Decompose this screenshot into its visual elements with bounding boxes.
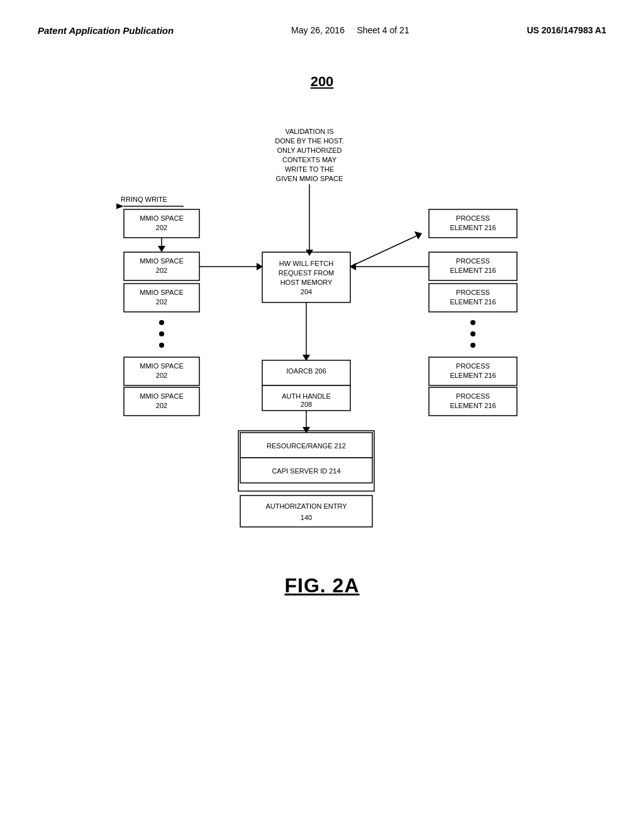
page: Patent Application Publication May 26, 2… bbox=[0, 0, 644, 830]
pe-text-5a: PROCESS bbox=[456, 392, 490, 400]
auth-handle-text: AUTH HANDLE bbox=[282, 392, 331, 400]
sheet-info: May 26, 2016 Sheet 4 of 21 bbox=[291, 25, 409, 35]
mmio-text-3b: 202 bbox=[156, 298, 167, 306]
mmio-text-5a: MMIO SPACE bbox=[140, 392, 183, 400]
pe-text-1b: ELEMENT 216 bbox=[450, 224, 496, 231]
pe-text-4b: ELEMENT 216 bbox=[450, 372, 496, 379]
validation-note-line6: GIVEN MMIO SPACE bbox=[276, 175, 343, 182]
dot-2 bbox=[159, 331, 164, 336]
arrow-hw-to-pe1-head bbox=[414, 231, 422, 240]
mmio-text-2b: 202 bbox=[156, 267, 167, 274]
diagram-container: 200 VALIDATION IS DONE BY THE HOST. ONLY… bbox=[38, 74, 606, 597]
dot-3 bbox=[159, 343, 164, 348]
auth-entry-text2: 140 bbox=[301, 514, 312, 521]
mmio-text-4b: 202 bbox=[156, 372, 167, 379]
sheet: Sheet 4 of 21 bbox=[357, 25, 409, 35]
auth-entry-box bbox=[240, 495, 372, 527]
mmio-text-1b: 202 bbox=[156, 224, 167, 231]
auth-entry-text1: AUTHORIZATION ENTRY bbox=[265, 502, 347, 510]
mmio-text-1a: MMIO SPACE bbox=[140, 214, 183, 222]
capi-server-text: CAPI SERVER ID 214 bbox=[272, 467, 340, 475]
hw-fetch-text4: 204 bbox=[301, 288, 312, 296]
validation-note-line2: DONE BY THE HOST. bbox=[275, 137, 344, 145]
publication-label: Patent Application Publication bbox=[38, 25, 174, 36]
pe-text-2a: PROCESS bbox=[456, 257, 490, 265]
validation-note-line4: CONTEXTS MAY bbox=[282, 156, 337, 163]
validation-note-line3: ONLY AUTHORIZED bbox=[277, 147, 342, 154]
dot-right-1 bbox=[470, 320, 475, 325]
mmio-text-5b: 202 bbox=[156, 402, 167, 409]
pe-text-1a: PROCESS bbox=[456, 214, 490, 222]
mmio-text-4a: MMIO SPACE bbox=[140, 362, 183, 370]
hw-fetch-text2: REQUEST FROM bbox=[279, 269, 334, 277]
diagram-number: 200 bbox=[311, 74, 334, 90]
hw-fetch-text3: HOST MEMORY bbox=[280, 279, 333, 286]
diagram-svg: VALIDATION IS DONE BY THE HOST. ONLY AUT… bbox=[86, 109, 558, 549]
dot-right-3 bbox=[470, 343, 475, 348]
pe-text-2b: ELEMENT 216 bbox=[450, 267, 496, 274]
dot-right-2 bbox=[470, 331, 475, 336]
resource-text: RESOURCE/RANGE 212 bbox=[267, 442, 346, 450]
pe-text-3a: PROCESS bbox=[456, 289, 490, 296]
auth-handle-num: 208 bbox=[301, 401, 312, 408]
dot-1 bbox=[159, 320, 164, 325]
rrinq-write-label: RRINQ WRITE bbox=[121, 196, 167, 203]
page-header: Patent Application Publication May 26, 2… bbox=[38, 25, 606, 36]
mmio-text-2a: MMIO SPACE bbox=[140, 257, 183, 265]
fig-label: FIG. 2A bbox=[284, 574, 359, 597]
ioarcb-text: IOARCB 206 bbox=[286, 367, 326, 375]
date: May 26, 2016 bbox=[291, 25, 345, 35]
pe-text-4a: PROCESS bbox=[456, 362, 490, 370]
pe-text-3b: ELEMENT 216 bbox=[450, 298, 496, 306]
arrow-hw-to-pe1 bbox=[350, 235, 419, 267]
validation-note-line5: WRITE TO THE bbox=[285, 165, 334, 173]
pe-text-5b: ELEMENT 216 bbox=[450, 402, 496, 409]
hw-fetch-text1: HW WILL FETCH bbox=[279, 260, 333, 267]
validation-note-line1: VALIDATION IS bbox=[285, 128, 333, 135]
mmio-text-3a: MMIO SPACE bbox=[140, 289, 183, 296]
patent-number: US 2016/147983 A1 bbox=[527, 25, 606, 35]
arrow-down-1-head bbox=[158, 246, 165, 252]
